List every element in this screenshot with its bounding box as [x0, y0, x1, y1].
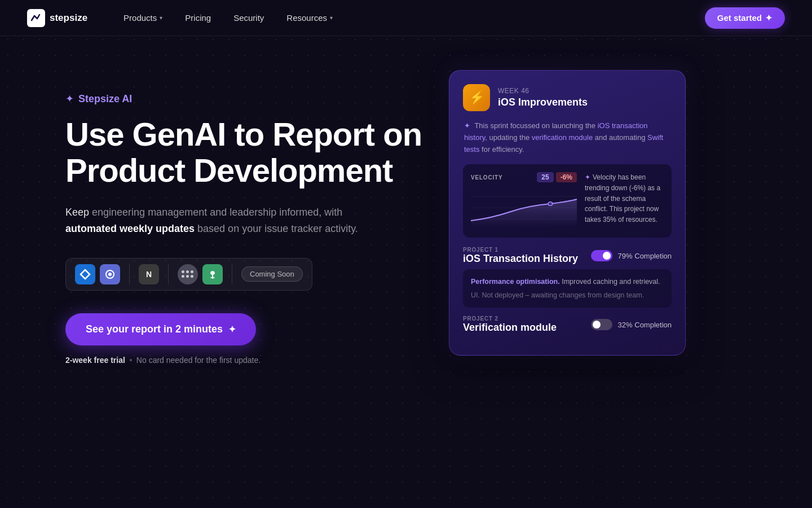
project-1-notes: Performance optimisation. Improved cachi… — [463, 269, 672, 308]
velocity-section: VELOCITY 25 -6% — [463, 164, 672, 238]
project-1-right: 79% Completion — [591, 250, 672, 261]
chevron-down-icon: ▾ — [330, 15, 333, 21]
coming-soon-badge: Coming Soon — [241, 266, 303, 282]
project-1-label: PROJECT 1 — [463, 247, 578, 253]
sparkle-icon: ✦ — [765, 13, 773, 23]
sparkle-icon: ✦ — [65, 93, 74, 105]
navbar: stepsize Products ▾ Pricing Security Res… — [0, 0, 812, 36]
note-normal-text: Improved caching and retrieval. — [562, 278, 660, 286]
velocity-badges: 25 -6% — [537, 172, 577, 182]
chevron-down-icon: ▾ — [160, 15, 162, 21]
verification-module-link[interactable]: verification module — [532, 133, 593, 142]
notion-icon: N — [139, 264, 159, 284]
star-icon: ✦ — [585, 173, 590, 181]
nav-item-security[interactable]: Security — [224, 8, 273, 27]
report-cta-button[interactable]: See your report in 2 minutes ✦ — [65, 313, 256, 345]
sprint-description: ✦ This sprint focussed on launching the … — [463, 120, 672, 155]
project-2-right: 32% Completion — [591, 319, 672, 330]
clover-icon — [202, 264, 223, 284]
project-2-toggle[interactable] — [591, 319, 612, 330]
tertiary-integrations — [178, 264, 232, 284]
badge-label: Stepsize AI — [78, 93, 132, 105]
velocity-label-row: VELOCITY 25 -6% — [471, 172, 577, 182]
project-2-name: Verification module — [463, 322, 557, 334]
sprint-title: iOS Improvements — [498, 97, 672, 108]
hero-title: Use GenAI to Report on Product Developme… — [65, 116, 426, 189]
nav-links: Products ▾ Pricing Security Resources ▾ — [114, 8, 705, 27]
hero-section: ✦ Stepsize AI Use GenAI to Report on Pro… — [65, 81, 426, 365]
note-gray-text: UI. Not deployed – awaiting changes from… — [471, 291, 644, 299]
nav-item-pricing[interactable]: Pricing — [176, 8, 220, 27]
project-2-info: PROJECT 2 Verification module — [463, 316, 557, 334]
jira-icon — [75, 264, 95, 284]
project-2-completion: 32% Completion — [618, 321, 672, 329]
velocity-insight: ✦Velocity has been trending down (-6%) a… — [585, 172, 664, 225]
velocity-chart: VELOCITY 25 -6% — [471, 172, 577, 230]
velocity-percent: -6% — [556, 172, 577, 182]
hero-subtitle: Keep engineering management and leadersh… — [65, 204, 359, 238]
get-started-button[interactable]: Get started ✦ — [705, 7, 785, 29]
note-line-1: Performance optimisation. Improved cachi… — [471, 276, 664, 287]
star-bullet-icon: ✦ — [464, 121, 470, 130]
velocity-number: 25 — [537, 172, 553, 182]
brand-logo[interactable]: stepsize — [27, 9, 87, 27]
velocity-label: VELOCITY — [471, 174, 502, 181]
project-1-toggle[interactable] — [591, 250, 612, 261]
sprint-icon: ⚡ — [463, 84, 490, 111]
velocity-insight-text: ✦Velocity has been trending down (-6%) a… — [585, 172, 664, 225]
primary-integrations — [75, 264, 130, 284]
project-1-row: PROJECT 1 iOS Transaction History 79% Co… — [463, 247, 672, 308]
nav-item-products[interactable]: Products ▾ — [114, 8, 171, 27]
project-2-row: PROJECT 2 Verification module 32% Comple… — [463, 316, 672, 334]
note-purple-text: Performance optimisation. — [471, 278, 560, 286]
sprint-meta: Week 46 iOS Improvements — [498, 87, 672, 108]
sparkle-icon: ✦ — [228, 324, 236, 335]
hero-badge: ✦ Stepsize AI — [65, 93, 426, 105]
report-card: ⚡ Week 46 iOS Improvements ✦ This sprint… — [449, 70, 686, 356]
svg-point-2 — [108, 273, 112, 276]
secondary-integrations: N — [139, 264, 169, 284]
note-line-2: UI. Not deployed – awaiting changes from… — [471, 290, 664, 301]
integrations-bar: N Coming Soon — [65, 258, 312, 291]
project-2-header: PROJECT 2 Verification module 32% Comple… — [463, 316, 672, 334]
card-header: ⚡ Week 46 iOS Improvements — [463, 84, 672, 111]
project-1-name: iOS Transaction History — [463, 253, 578, 265]
brand-name: stepsize — [50, 12, 87, 24]
separator — [130, 359, 132, 361]
trial-info: 2-week free trial No card needed for the… — [65, 356, 426, 365]
sprint-week: Week 46 — [498, 87, 672, 95]
project-1-info: PROJECT 1 iOS Transaction History — [463, 247, 578, 265]
nav-item-resources[interactable]: Resources ▾ — [277, 8, 342, 27]
report-card-container: ⚡ Week 46 iOS Improvements ✦ This sprint… — [449, 70, 686, 356]
linear-icon — [100, 264, 120, 284]
project-2-label: PROJECT 2 — [463, 316, 557, 322]
main-content: ✦ Stepsize AI Use GenAI to Report on Pro… — [0, 36, 812, 508]
velocity-chart-svg — [471, 188, 577, 227]
project-1-header: PROJECT 1 iOS Transaction History 79% Co… — [463, 247, 672, 265]
dots-icon — [178, 264, 198, 284]
project-1-completion: 79% Completion — [618, 252, 672, 260]
